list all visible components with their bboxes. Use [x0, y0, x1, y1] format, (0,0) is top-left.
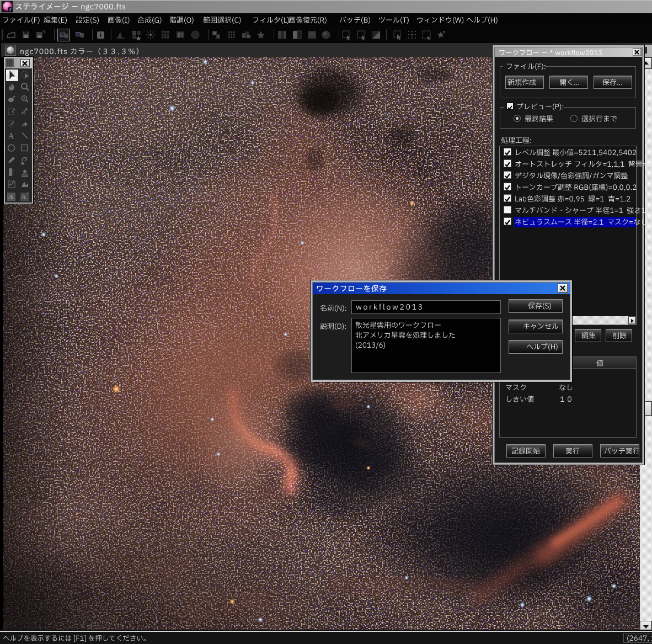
svg-text:A: A	[8, 193, 14, 201]
svg-text:?: ?	[24, 156, 27, 161]
svg-text:B: B	[217, 35, 220, 39]
svg-text:i: i	[100, 31, 101, 38]
svg-text:A: A	[21, 193, 26, 201]
svg-text:A: A	[8, 132, 14, 140]
